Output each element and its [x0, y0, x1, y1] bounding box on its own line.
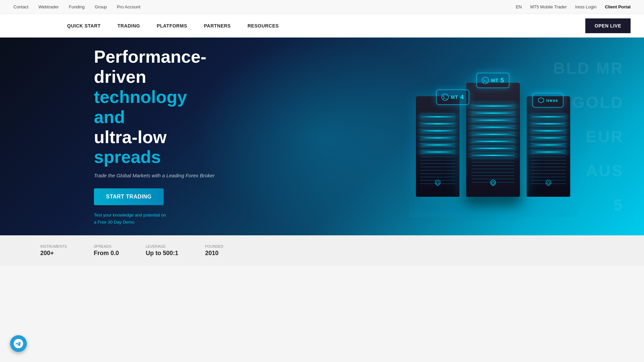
- mt4-number: 4: [460, 94, 464, 101]
- hero-section: BLD MR GOLD EUR AUS 5 Performance-driven…: [0, 38, 644, 235]
- ring: [469, 127, 517, 128]
- hero-title-accent: spreads: [94, 147, 161, 167]
- server-right-rings: [527, 116, 570, 153]
- iress-label: iress: [546, 98, 558, 103]
- server-tower-left: [416, 96, 460, 197]
- nav-links: QUICK START TRADING PLATFORMS PARTNERS R…: [67, 23, 279, 28]
- servers-container: MT 4 MT 5 iress: [409, 56, 577, 217]
- resources-nav[interactable]: RESOURCES: [248, 23, 279, 28]
- client-portal-link[interactable]: Client Portal: [605, 4, 631, 9]
- server-main-rings: [466, 106, 520, 156]
- server-left-rings: [416, 116, 460, 153]
- stat-founded-label: Founded: [205, 244, 223, 248]
- svg-point-0: [442, 94, 448, 101]
- server-tower-right: [527, 96, 570, 197]
- ring: [469, 113, 517, 114]
- ring: [419, 130, 457, 131]
- server-tower-main: [466, 83, 520, 197]
- mt5-platform-icon: MT 5: [476, 73, 509, 88]
- ring: [469, 134, 517, 135]
- mt5-number: 5: [500, 77, 504, 84]
- platforms-nav[interactable]: PLATFORMS: [157, 23, 187, 28]
- funding-link[interactable]: Funding: [69, 4, 85, 9]
- stat-founded: Founded 2010: [205, 244, 223, 257]
- server-left-logo: [433, 178, 443, 188]
- pro-account-link[interactable]: Pro Account: [117, 4, 140, 9]
- stat-spreads: Spreads From 0.0: [94, 244, 119, 257]
- iress-platform-icon: iress: [532, 93, 564, 108]
- hero-content: Performance-driven technology and ultra-…: [0, 47, 218, 226]
- svg-point-4: [547, 182, 550, 184]
- stat-instruments: Instruments 200+: [40, 244, 67, 257]
- top-bar-left: Contact Webtrader Funding Group Pro Acco…: [13, 4, 141, 9]
- stat-spreads-value: From 0.0: [94, 250, 119, 257]
- ring: [529, 123, 568, 124]
- stat-spreads-label: Spreads: [94, 244, 119, 248]
- mt4-platform-icon: MT 4: [436, 89, 469, 105]
- hero-title-line3: ultra-low: [94, 127, 167, 147]
- stat-instruments-value: 200+: [40, 250, 67, 257]
- svg-point-3: [492, 182, 494, 184]
- ring: [469, 148, 517, 149]
- demo-text-line2: a Free 30 Day Demo: [94, 220, 135, 225]
- trading-nav[interactable]: TRADING: [117, 23, 140, 28]
- server-main-logo: [488, 178, 498, 188]
- hero-subtitle: Trade the Global Markets with a Leading …: [94, 173, 218, 178]
- hero-title-line1: Performance-driven: [94, 47, 206, 86]
- stat-leverage: Leverage Up to 500:1: [146, 244, 178, 257]
- stat-leverage-label: Leverage: [146, 244, 178, 248]
- ring: [419, 116, 457, 117]
- open-live-button[interactable]: OPEN LIVE: [585, 18, 631, 33]
- ring: [469, 120, 517, 121]
- ring: [419, 137, 457, 138]
- ring: [419, 152, 457, 153]
- demo-link[interactable]: Test your knowledge and potential on a F…: [94, 212, 218, 226]
- mt5-mobile-link[interactable]: MT5 Mobile Trader: [530, 4, 567, 9]
- top-bar-right: EN MT5 Mobile Trader Iress Login Client …: [516, 4, 631, 9]
- top-utility-bar: Contact Webtrader Funding Group Pro Acco…: [0, 0, 644, 14]
- ring: [529, 152, 568, 153]
- svg-point-1: [482, 77, 489, 84]
- ring: [469, 141, 517, 142]
- server-right-logo: [543, 178, 553, 188]
- partners-nav[interactable]: PARTNERS: [204, 23, 231, 28]
- hero-server-image: MT 4 MT 5 iress: [409, 56, 577, 217]
- ring: [529, 130, 568, 131]
- ring: [469, 106, 517, 107]
- iress-login-link[interactable]: Iress Login: [575, 4, 597, 9]
- demo-text-line1: Test your knowledge and potential on: [94, 213, 166, 218]
- ring: [529, 116, 568, 117]
- stat-instruments-label: Instruments: [40, 244, 67, 248]
- group-link[interactable]: Group: [95, 4, 107, 9]
- stat-founded-value: 2010: [205, 250, 223, 257]
- mt4-label: MT: [451, 95, 458, 100]
- webtrader-link[interactable]: Webtrader: [39, 4, 59, 9]
- hero-title-line2-accent: technology and: [94, 87, 187, 127]
- svg-point-2: [436, 182, 439, 184]
- start-trading-button[interactable]: START TRADING: [94, 188, 164, 205]
- mt5-label: MT: [491, 78, 498, 83]
- ring: [469, 155, 517, 156]
- hero-title: Performance-driven technology and ultra-…: [94, 47, 218, 167]
- stats-bar: Instruments 200+ Spreads From 0.0 Levera…: [0, 235, 644, 265]
- quick-start-nav[interactable]: QUICK START: [67, 23, 101, 28]
- ring: [419, 123, 457, 124]
- main-navigation: QUICK START TRADING PLATFORMS PARTNERS R…: [0, 14, 644, 38]
- contact-link[interactable]: Contact: [13, 4, 29, 9]
- stat-leverage-value: Up to 500:1: [146, 250, 178, 257]
- language-selector[interactable]: EN: [516, 4, 522, 9]
- ring: [529, 137, 568, 138]
- ring: [529, 144, 568, 145]
- ring: [419, 144, 457, 145]
- server-reflection: [409, 197, 577, 217]
